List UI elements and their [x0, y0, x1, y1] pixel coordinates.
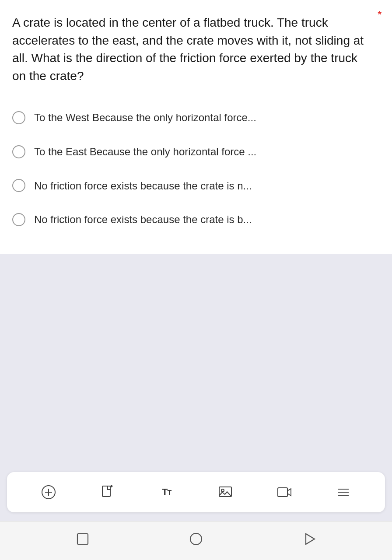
radio-button-4[interactable] [12, 213, 25, 226]
option-item-2[interactable]: To the East Because the only horizontal … [12, 135, 380, 169]
video-icon[interactable] [273, 481, 296, 504]
radio-button-1[interactable] [12, 111, 25, 124]
option-text-4: No friction force exists because the cra… [34, 212, 252, 227]
search-nav-icon[interactable] [186, 528, 206, 550]
svg-point-7 [221, 489, 224, 492]
option-text-1: To the West Because the only horizontal … [34, 110, 256, 125]
forward-nav-icon[interactable] [299, 528, 320, 550]
option-item-3[interactable]: No friction force exists because the cra… [12, 169, 380, 203]
svg-rect-8 [278, 488, 287, 497]
background-spacer [0, 254, 392, 472]
home-nav-icon[interactable] [72, 528, 93, 550]
text-format-icon[interactable]: TT [155, 481, 178, 504]
radio-button-3[interactable] [12, 179, 25, 192]
menu-icon[interactable] [332, 481, 355, 504]
option-item-4[interactable]: No friction force exists because the cra… [12, 203, 380, 237]
toolbar-card: TT [7, 472, 385, 512]
option-item-1[interactable]: To the West Because the only horizontal … [12, 101, 380, 135]
image-icon[interactable] [214, 481, 237, 504]
required-star: * [378, 9, 382, 20]
question-card: * A crate is located in the center of a … [0, 0, 392, 254]
svg-rect-12 [77, 534, 88, 544]
options-list: To the West Because the only horizontal … [12, 101, 380, 236]
insert-icon[interactable] [96, 481, 119, 504]
svg-point-13 [190, 533, 202, 545]
question-text: A crate is located in the center of a fl… [12, 14, 380, 85]
svg-marker-14 [306, 534, 315, 544]
svg-rect-3 [102, 486, 110, 497]
bottom-navigation [0, 521, 392, 560]
add-icon[interactable] [37, 481, 60, 504]
radio-button-2[interactable] [12, 145, 25, 158]
option-text-2: To the East Because the only horizontal … [34, 144, 256, 159]
option-text-3: No friction force exists because the cra… [34, 178, 252, 193]
